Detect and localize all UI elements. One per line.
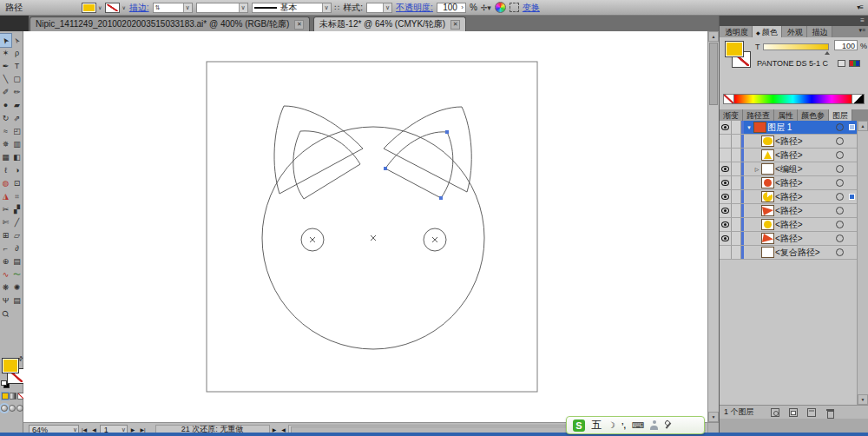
column-graph-tool[interactable]: ▥	[11, 138, 23, 151]
opacity-link[interactable]: 不透明度:	[396, 2, 433, 14]
lock-toggle[interactable]	[732, 121, 741, 134]
tab-stroke[interactable]: 描边	[807, 26, 832, 37]
blob-brush-tool[interactable]: ●	[0, 99, 11, 112]
expander-icon[interactable]: ▼	[746, 125, 753, 130]
live-paint-selection-tool[interactable]: ⊡	[11, 177, 23, 190]
layer-row-compound-path[interactable]: <复合路径>	[720, 246, 857, 260]
layer-thumbnail[interactable]	[761, 191, 774, 202]
scroll-up-icon[interactable]: ▲	[708, 31, 719, 42]
line-segment-tool[interactable]: ╲	[0, 73, 11, 86]
rotate-tool[interactable]: ↻	[0, 112, 11, 125]
draw-behind-button[interactable]	[9, 405, 16, 412]
spectrum-ramp[interactable]	[734, 95, 852, 103]
halfwidth-moon-icon[interactable]: ☽	[608, 420, 615, 430]
delete-layer-icon[interactable]	[825, 408, 835, 417]
next-artboard-button[interactable]: ▶	[128, 426, 138, 433]
stroke-panel-link[interactable]: 描边:	[129, 2, 149, 14]
empty-slot[interactable]	[11, 307, 23, 320]
align-options-icon[interactable]	[510, 3, 519, 12]
target-circle-icon[interactable]	[836, 179, 844, 187]
layer-thumbnail[interactable]	[761, 247, 774, 258]
layers-scrollbar[interactable]: ▲ ▼	[857, 121, 868, 405]
fill-swatch[interactable]	[2, 358, 19, 373]
dock-menu-icon[interactable]: ≡	[860, 17, 865, 24]
target-circle-icon[interactable]	[836, 221, 844, 228]
layer-row-main[interactable]: <复合路径>	[744, 246, 857, 259]
visibility-toggle[interactable]	[720, 218, 732, 231]
brush-definition-select[interactable]: 基本	[252, 3, 332, 13]
layer-row-main[interactable]: <路径>	[744, 218, 857, 231]
layer-label[interactable]: <路径>	[775, 191, 803, 203]
layer-label[interactable]: <路径>	[775, 233, 803, 245]
lasso-tool[interactable]: ρ	[11, 47, 23, 60]
layer-thumbnail[interactable]	[761, 233, 774, 244]
fill-proxy-swatch[interactable]	[725, 41, 744, 57]
mesh-tool[interactable]: ▦	[0, 151, 11, 164]
symbol-sprayer-tool[interactable]: ✵	[0, 138, 11, 151]
direct-selection-tool[interactable]: ➢	[11, 34, 23, 47]
polar-grid-tool[interactable]: ⊕	[0, 255, 11, 268]
target-circle-icon[interactable]	[836, 193, 844, 201]
control-panel-menu-icon[interactable]: ▾≡	[857, 3, 863, 11]
stroke-color-swatch[interactable]	[105, 3, 120, 13]
sogou-logo-icon[interactable]: S	[573, 419, 585, 432]
stroke-weight-select[interactable]: ⇅	[153, 3, 193, 13]
vertical-scrollbar[interactable]: ▲ ▼	[707, 31, 719, 422]
spiral-tool[interactable]: ∂	[11, 242, 23, 255]
layer-thumbnail[interactable]	[761, 149, 774, 161]
color-spectrum-bar[interactable]	[723, 94, 865, 104]
layer-row-main[interactable]: <路径>	[744, 232, 857, 245]
anchor-point[interactable]	[445, 130, 449, 134]
target-circle-icon[interactable]	[836, 248, 844, 256]
target-circle-icon[interactable]	[836, 235, 844, 242]
rectangular-grid-tool[interactable]: ▤	[11, 255, 23, 268]
live-paint-bucket-tool[interactable]: ◍	[0, 177, 11, 190]
close-icon[interactable]: ✕	[450, 20, 460, 30]
layer-row-path[interactable]: <路径>	[720, 176, 857, 190]
lock-toggle[interactable]	[732, 162, 741, 175]
knife-tool[interactable]: ╱	[11, 216, 23, 229]
color-modes-icon[interactable]	[849, 60, 860, 67]
make-clipping-mask-icon[interactable]	[771, 408, 779, 417]
settings-wrench-icon[interactable]	[664, 420, 673, 430]
layer-label[interactable]: 图层 1	[767, 122, 792, 134]
layer-row-path[interactable]: <路径>	[720, 232, 857, 246]
target-circle-icon[interactable]	[836, 151, 844, 159]
draw-inside-button[interactable]	[16, 405, 23, 412]
layer-row-main[interactable]: <路径>	[744, 190, 857, 203]
color-button[interactable]	[2, 393, 9, 400]
stroke-dropdown-icon[interactable]: ∨	[122, 4, 125, 10]
layer-thumbnail[interactable]	[761, 205, 774, 216]
first-artboard-button[interactable]: |◀	[79, 426, 89, 433]
scroll-down-icon[interactable]: ▼	[708, 412, 719, 422]
layer-row-path[interactable]: <路径>	[720, 190, 857, 204]
tab-transparency[interactable]: 透明度	[720, 26, 753, 37]
visibility-toggle[interactable]	[720, 246, 732, 259]
tint-value-input[interactable]: 100	[834, 40, 858, 50]
align-to-grid-icon[interactable]: ∷	[335, 3, 340, 12]
new-layer-icon[interactable]	[807, 408, 816, 417]
pencil-tool[interactable]: ✏	[11, 86, 23, 99]
layer-thumbnail[interactable]	[761, 135, 774, 147]
layer-row-path[interactable]: <路径>	[720, 149, 857, 162]
layer-thumbnail[interactable]	[761, 219, 774, 230]
artboard-tool[interactable]: ⊞	[0, 229, 11, 242]
swatch-options-icon[interactable]	[838, 60, 845, 67]
soft-keyboard-icon[interactable]: ⌨	[632, 420, 644, 430]
layer-label[interactable]: <编组>	[775, 163, 803, 175]
layer-thumbnail[interactable]	[753, 122, 766, 133]
visibility-toggle[interactable]	[720, 121, 732, 134]
ime-mode-wubi[interactable]: 五	[591, 418, 602, 433]
fill-color-swatch[interactable]	[82, 3, 96, 13]
eyedropper-tool[interactable]: ℓ	[0, 164, 11, 177]
lock-toggle[interactable]	[732, 149, 741, 162]
lock-toggle[interactable]	[732, 176, 741, 189]
lock-toggle[interactable]	[732, 135, 741, 148]
layer-label[interactable]: <路径>	[775, 149, 803, 162]
layer-label[interactable]: <路径>	[775, 219, 803, 231]
layer-row-main[interactable]: <路径>	[744, 149, 857, 162]
width-tool[interactable]: ∿	[0, 268, 11, 281]
layer-row-layer1[interactable]: ▼ 图层 1	[720, 121, 857, 135]
tab-layers[interactable]: 图层	[829, 109, 852, 121]
blend-tool[interactable]: ◑	[11, 164, 23, 177]
